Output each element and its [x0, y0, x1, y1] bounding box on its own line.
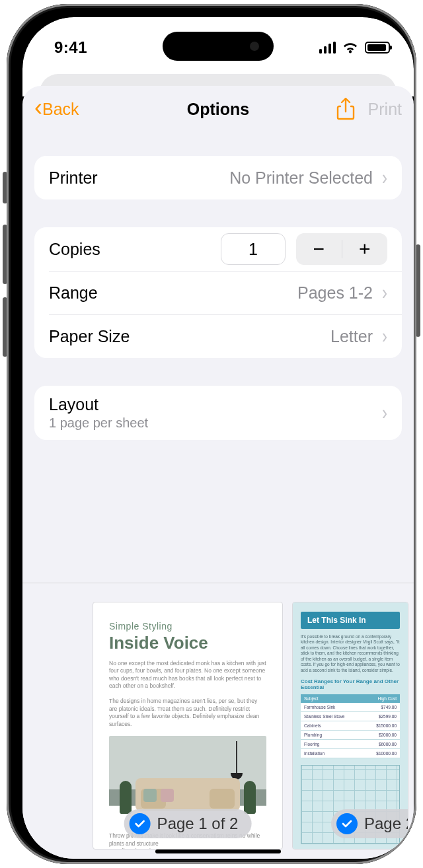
page2-para: It's possible to break ground on a conte… [301, 634, 400, 673]
page2-label-text: Page 2 [364, 814, 408, 833]
nav-right: Print [303, 98, 402, 120]
layout-sublabel: 1 page per sheet [49, 416, 373, 431]
checkmark-icon [130, 813, 151, 834]
papersize-label: Paper Size [49, 327, 330, 346]
layout-row[interactable]: Layout 1 page per sheet › [34, 386, 402, 440]
chevron-right-icon: › [382, 324, 387, 348]
chevron-right-icon: › [382, 166, 387, 190]
status-time: 9:41 [54, 38, 87, 57]
page-thumbnail-2[interactable]: Let This Sink In It's possible to break … [292, 602, 408, 850]
page1-label-text: Page 1 of 2 [157, 814, 239, 833]
page2-banner: Let This Sink In [301, 612, 400, 629]
copies-plus-button[interactable]: + [342, 233, 388, 265]
printer-label: Printer [49, 168, 229, 188]
chevron-right-icon: › [382, 401, 387, 425]
papersize-row[interactable]: Paper Size Letter › [34, 314, 402, 358]
print-options-sheet: ‹ Back Options Print [22, 86, 414, 859]
printer-group: Printer No Printer Selected › [34, 156, 402, 199]
chevron-left-icon: ‹ [34, 96, 42, 120]
back-button[interactable]: ‹ Back [34, 97, 134, 121]
copies-value-box[interactable]: 1 [221, 233, 286, 265]
share-icon[interactable] [336, 98, 355, 120]
table-header-subject: Subject [301, 694, 356, 703]
table-header-cost: High Cost [356, 694, 400, 703]
wifi-icon [342, 41, 359, 54]
copies-row: Copies 1 − + [34, 227, 402, 271]
page2-subhead: Cost Ranges for Your Range and Other Ess… [301, 678, 400, 690]
page1-headline: Inside Voice [109, 633, 266, 653]
status-right [319, 41, 391, 54]
page1-body: No one except the most dedicated monk ha… [109, 660, 266, 728]
range-value: Pages 1-2 [297, 283, 373, 303]
layout-group: Layout 1 page per sheet › [34, 386, 402, 440]
printer-value: No Printer Selected [229, 168, 373, 188]
page-title: Options [187, 100, 249, 119]
side-button [416, 244, 420, 337]
copies-minus-button[interactable]: − [296, 233, 342, 265]
page1-kicker: Simple Styling [109, 621, 266, 632]
navbar: ‹ Back Options Print [22, 86, 414, 132]
range-row[interactable]: Range Pages 1-2 › [34, 271, 402, 314]
content: Printer No Printer Selected › Copies 1 − [22, 156, 414, 440]
page2-table: Subject High Cost Farmhouse Sink$749.00 … [301, 694, 400, 758]
layout-label: Layout [49, 395, 373, 414]
home-indicator[interactable] [155, 850, 281, 853]
page1-label-pill[interactable]: Page 1 of 2 [124, 809, 252, 838]
checkmark-icon [336, 813, 358, 834]
range-label: Range [49, 283, 297, 303]
papersize-value: Letter [330, 327, 373, 346]
device-frame: 9:41 ‹ Back [0, 0, 423, 868]
copies-label: Copies [49, 240, 210, 259]
dynamic-island [163, 32, 274, 61]
print-button[interactable]: Print [368, 100, 402, 119]
page2-label-pill[interactable]: Page 2 [331, 809, 408, 838]
chevron-right-icon: › [382, 281, 387, 305]
back-label: Back [42, 100, 79, 119]
copies-stepper: − + [296, 233, 387, 265]
phone-body: 9:41 ‹ Back [7, 4, 416, 864]
page-thumbnail-1[interactable]: Simple Styling Inside Voice No one excep… [93, 602, 283, 850]
preview-area: Simple Styling Inside Voice No one excep… [22, 583, 414, 859]
preview-scroll[interactable]: Simple Styling Inside Voice No one excep… [93, 602, 414, 850]
settings-group: Copies 1 − + Range Pages 1-2 › [34, 227, 402, 358]
printer-row[interactable]: Printer No Printer Selected › [34, 156, 402, 199]
battery-icon [365, 42, 390, 54]
cellular-icon [319, 42, 336, 54]
screen: 9:41 ‹ Back [22, 17, 414, 859]
